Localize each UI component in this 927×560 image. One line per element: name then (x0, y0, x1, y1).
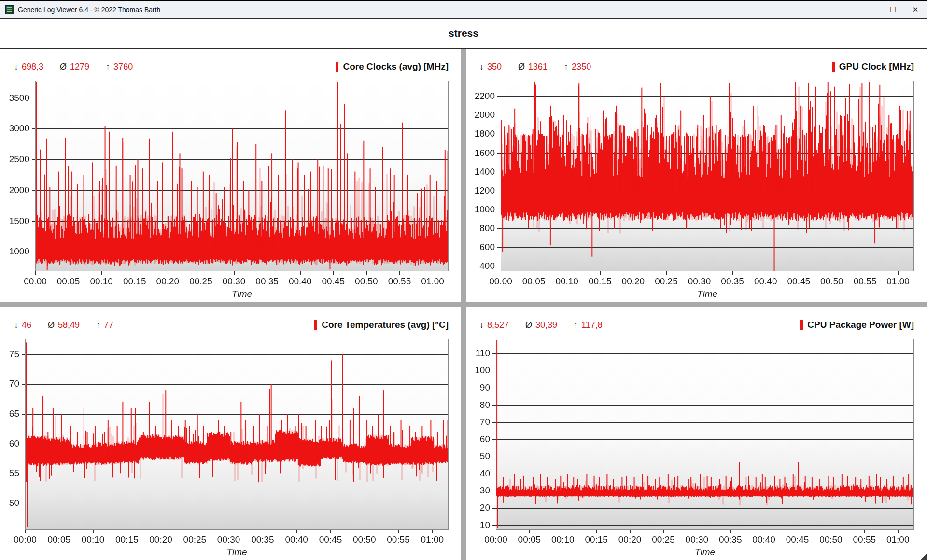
x-tick-label: 00:10 (86, 276, 117, 287)
x-tick-label: 00:30 (219, 276, 250, 287)
stat-avg: Ø 1361 (518, 62, 548, 72)
stat-avg: Ø 58,49 (48, 320, 80, 330)
stats-row: ↓ 350 Ø 1361 ↑ 2350 GPU Clock [MHz] (466, 49, 927, 74)
y-tick-label: 1200 (466, 185, 495, 196)
x-tick-label: 00:25 (185, 276, 216, 287)
resize-grip[interactable] (920, 554, 927, 560)
plot-canvas-core-clocks[interactable] (0, 74, 461, 302)
x-axis-label: Time (501, 289, 914, 299)
title-bar: Generic Log Viewer 6.4 - © 2022 Thomas B… (0, 1, 927, 19)
y-tick-label: 1500 (0, 216, 29, 226)
x-tick-label: 00:25 (651, 276, 682, 287)
x-tick-label: 00:50 (349, 534, 380, 545)
x-tick-label: 00:00 (480, 534, 511, 545)
window-title: Generic Log Viewer 6.4 - © 2022 Thomas B… (18, 6, 160, 14)
x-axis-label: Time (25, 547, 449, 558)
plot-area-core-temperatures: 50556065707500:0000:0500:1000:1500:2000:… (0, 332, 461, 560)
avg-icon: Ø (48, 320, 55, 330)
y-tick-label: 75 (0, 349, 19, 360)
x-tick-label: 00:05 (519, 276, 549, 287)
avg-icon: Ø (518, 62, 525, 72)
y-tick-label: 110 (466, 348, 490, 359)
y-tick-label: 90 (466, 382, 490, 393)
stat-max: ↑ 2350 (564, 62, 591, 72)
x-tick-label: 01:00 (417, 534, 448, 545)
x-tick-label: 00:15 (112, 534, 142, 545)
min-arrow-icon: ↓ (479, 320, 484, 330)
minimize-button[interactable]: – (860, 1, 882, 18)
stat-avg: Ø 30,39 (525, 320, 557, 330)
maximize-button[interactable]: ☐ (882, 1, 904, 18)
chart-grid: ↓ 698,3 Ø 1279 ↑ 3760 Core Clocks (avg) … (0, 49, 927, 560)
x-tick-label: 00:50 (816, 276, 847, 287)
x-tick-label: 00:15 (581, 534, 612, 545)
y-tick-label: 60 (0, 438, 19, 449)
y-tick-label: 1400 (466, 167, 495, 177)
stat-max: ↑ 117,8 (574, 320, 603, 330)
plot-canvas-cpu-package-power[interactable] (466, 332, 927, 560)
max-arrow-icon: ↑ (96, 320, 100, 330)
legend: GPU Clock [MHz] (832, 61, 914, 72)
x-tick-label: 00:20 (152, 276, 183, 287)
x-tick-label: 01:00 (883, 276, 913, 287)
window-controls: – ☐ ✕ (860, 1, 927, 18)
y-tick-label: 20 (466, 503, 490, 513)
avg-icon: Ø (60, 62, 67, 72)
stat-min-value: 8,527 (487, 320, 509, 330)
min-arrow-icon: ↓ (14, 320, 18, 330)
stats-row: ↓ 8,527 Ø 30,39 ↑ 117,8 CPU Package Powe… (466, 307, 927, 332)
x-tick-label: 00:50 (351, 276, 382, 287)
legend-color-bar-icon (314, 320, 317, 330)
stat-max-value: 117,8 (581, 320, 603, 330)
panel-gpu-clock: ↓ 350 Ø 1361 ↑ 2350 GPU Clock [MHz] 4 (466, 49, 927, 302)
page-title: stress (449, 28, 478, 39)
legend-color-bar-icon (336, 62, 338, 72)
y-tick-label: 400 (466, 261, 495, 271)
y-tick-label: 2500 (0, 154, 29, 165)
x-tick-label: 00:30 (681, 534, 712, 545)
x-tick-label: 00:10 (78, 534, 109, 545)
x-tick-label: 00:35 (252, 276, 282, 287)
x-tick-label: 00:20 (618, 276, 648, 287)
stat-avg-value: 58,49 (58, 320, 80, 330)
y-tick-label: 2000 (466, 110, 495, 120)
y-tick-label: 3500 (0, 93, 29, 103)
plot-canvas-core-temperatures[interactable] (0, 332, 461, 560)
min-arrow-icon: ↓ (479, 62, 484, 72)
stat-avg: Ø 1279 (60, 62, 89, 72)
stat-avg-value: 1361 (528, 62, 548, 72)
stat-max: ↑ 3760 (106, 62, 133, 72)
y-tick-label: 100 (466, 365, 490, 376)
panel-core-temperatures: ↓ 46 Ø 58,49 ↑ 77 Core Temperatures (avg… (0, 307, 461, 560)
x-axis-label: Time (35, 289, 449, 299)
legend-color-bar-icon (800, 320, 803, 330)
plot-canvas-gpu-clock[interactable] (466, 74, 927, 302)
x-tick-label: 01:00 (883, 534, 913, 545)
stat-avg-value: 1279 (70, 62, 89, 72)
x-tick-label: 00:40 (285, 276, 316, 287)
y-tick-label: 50 (466, 451, 490, 462)
x-tick-label: 00:05 (43, 534, 74, 545)
close-button[interactable]: ✕ (904, 1, 927, 18)
x-tick-label: 00:40 (281, 534, 312, 545)
x-tick-label: 00:45 (315, 534, 346, 545)
plot-area-cpu-package-power: 10203040506070809010011000:0000:0500:100… (466, 332, 927, 560)
y-tick-label: 2000 (0, 185, 29, 196)
y-tick-label: 30 (466, 485, 490, 496)
stat-min-value: 46 (22, 320, 31, 330)
x-tick-label: 00:00 (485, 276, 516, 287)
stat-min-value: 698,3 (22, 62, 43, 72)
x-tick-label: 00:00 (20, 276, 51, 287)
x-tick-label: 01:00 (417, 276, 448, 287)
stat-min-value: 350 (487, 62, 502, 72)
x-tick-label: 00:05 (53, 276, 84, 287)
y-tick-label: 50 (0, 498, 19, 508)
y-tick-label: 1800 (466, 128, 495, 139)
stat-min: ↓ 350 (479, 62, 502, 72)
y-tick-label: 40 (466, 468, 490, 479)
max-arrow-icon: ↑ (564, 62, 568, 72)
x-tick-label: 00:40 (748, 534, 779, 545)
y-tick-label: 1000 (466, 204, 495, 215)
x-tick-label: 00:10 (551, 276, 582, 287)
app-icon (5, 5, 14, 14)
